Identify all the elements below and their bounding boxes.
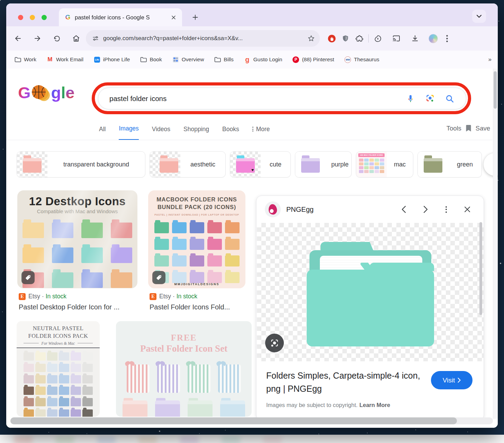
tab-close-icon[interactable] [170, 13, 177, 21]
image-preview-area[interactable] [257, 223, 484, 361]
bookmark-label: (88) Pinterest [302, 56, 334, 63]
google-lens-icon[interactable] [425, 94, 435, 103]
new-tab-button[interactable] [190, 12, 201, 23]
shield-extension-icon[interactable] [339, 31, 352, 45]
striped-bow-folder [188, 364, 210, 393]
search-bar[interactable]: pastel folder icons [98, 88, 466, 109]
pastel-folder-swatch [81, 247, 103, 263]
pastel-folder-swatch [207, 239, 222, 250]
tab-videos[interactable]: Videos [152, 123, 170, 140]
search-query-text[interactable]: pastel folder icons [109, 94, 406, 103]
pastel-folder-swatch [71, 409, 81, 417]
chip-thumb-cute-folder: ♥ [230, 152, 261, 177]
tools-button[interactable]: Tools [447, 125, 461, 132]
profile-avatar[interactable] [426, 31, 440, 45]
bookmark--88-pinterest[interactable]: P(88) Pinterest [292, 56, 334, 63]
bookmark-star-icon[interactable] [307, 35, 315, 42]
chip-mac[interactable]: 100 MAC FOLDER ICONS mac [356, 151, 413, 178]
downloads-icon[interactable] [408, 31, 422, 45]
result-image-1[interactable]: 12 Destkop Icons Compatible with Mac and… [17, 190, 137, 288]
adblock-extension-icon[interactable] [325, 31, 339, 45]
desktop-bottom-strip [0, 435, 504, 443]
panel-image-title[interactable]: Folders Simples, Carpeta-simple-4 icon, … [266, 369, 423, 395]
product-tag-icon [152, 271, 165, 284]
next-image-chevron-icon[interactable] [423, 206, 428, 213]
pastel-folder-swatch [47, 375, 57, 383]
panel-menu-kebab-icon[interactable] [446, 206, 447, 213]
tab-images[interactable]: Images [119, 123, 138, 140]
pastel-folder-swatch [35, 409, 46, 417]
reload-icon[interactable] [50, 31, 64, 45]
result-image-4[interactable]: FREE Pastel Folder Icon Set [116, 321, 252, 417]
result-caption-1: E Etsy · In stock Pastel Desktop Folder … [19, 293, 141, 311]
back-icon[interactable] [11, 31, 25, 45]
chip-thumb-pink-folder [17, 152, 47, 177]
bookmark-thesaurus[interactable]: MWThesaurus [344, 56, 379, 63]
bookmark-overview[interactable]: Overview [172, 56, 204, 63]
teal-folder-image [305, 242, 436, 346]
tab-shopping[interactable]: Shopping [183, 123, 209, 140]
bookmark-bills[interactable]: Bills [214, 56, 233, 63]
result-title-link-2[interactable]: Pastel Folder Icons Fold... [150, 303, 251, 311]
tab-books[interactable]: Books [222, 123, 239, 140]
visit-chevron-icon [458, 378, 461, 383]
tab-more[interactable]: More [252, 123, 270, 140]
home-icon[interactable] [69, 31, 83, 45]
folder-icon [15, 56, 21, 63]
tab-search-chevron-icon[interactable] [472, 10, 486, 23]
browser-menu-kebab-icon[interactable] [440, 31, 454, 45]
result-image-3[interactable]: NEUTRAL PASTEL FOLDER ICONS PACK For Win… [17, 321, 100, 417]
result-image-2[interactable]: MACBOOK FOLDER ICONS BUNDLE PACK (20 ICO… [148, 190, 245, 288]
chip-cute[interactable]: ♥ cute [230, 151, 291, 178]
pastel-folder-swatch [59, 398, 69, 406]
performance-leaf-icon[interactable] [371, 31, 385, 45]
search-inside-image-lens-icon[interactable] [265, 334, 284, 352]
save-button[interactable]: Save [476, 125, 490, 132]
bookmark-work[interactable]: Work [15, 56, 36, 63]
horizontal-scrollbar-thumb[interactable] [10, 417, 457, 424]
bookmark-book[interactable]: Book [140, 56, 162, 63]
pastel-folder-swatch [207, 272, 222, 283]
extensions-puzzle-icon[interactable] [352, 31, 366, 45]
result-title-link-1[interactable]: Pastel Desktop Folder Icon for ... [19, 303, 141, 311]
panel-scrollbar-thumb[interactable] [479, 222, 482, 315]
page-scrollbar-track[interactable] [493, 69, 497, 419]
chip-green[interactable]: green [417, 151, 482, 178]
tab-all[interactable]: All [99, 123, 106, 140]
pastel-folder-swatch [207, 255, 222, 266]
close-panel-icon[interactable] [464, 206, 470, 213]
forward-icon[interactable] [30, 31, 44, 45]
save-bookmark-icon[interactable] [466, 125, 471, 132]
bookmark-work-email[interactable]: MWork Email [47, 56, 83, 63]
voice-search-mic-icon[interactable] [406, 94, 415, 103]
bookmarks-overflow-chevron-icon[interactable]: » [488, 56, 491, 63]
minimize-window-button[interactable] [30, 15, 35, 20]
bookmark-iphone-life[interactable]: LifeiPhone Life [94, 56, 130, 63]
maximize-window-button[interactable] [42, 15, 47, 20]
pastel-folder-swatch [81, 223, 103, 238]
chip-aesthetic[interactable]: aesthetic [150, 151, 226, 178]
pastel-folder-swatch [59, 409, 69, 417]
card4-title: Pastel Folder Icon Set [116, 343, 252, 354]
address-bar[interactable]: google.com/search?q=pastel+folder+icons&… [86, 30, 320, 47]
search-submit-icon[interactable] [445, 94, 454, 103]
page-scrollbar-thumb[interactable] [494, 71, 497, 109]
cast-icon[interactable] [389, 31, 403, 45]
chip-transparent-background[interactable]: transparent background [17, 151, 145, 178]
page-content: G g l e pastel folder icons AllImagesVid… [6, 69, 498, 428]
google-favicon: G [64, 14, 71, 21]
bookmark-gusto-login[interactable]: gGusto Login [244, 56, 282, 63]
chip-thumb-mac-grid: 100 MAC FOLDER ICONS [356, 152, 387, 177]
learn-more-link[interactable]: Learn More [359, 402, 390, 408]
close-window-button[interactable] [18, 15, 23, 20]
bookmark-label: Book [150, 56, 162, 63]
visit-button[interactable]: Visit [431, 371, 472, 389]
horizontal-scrollbar-track[interactable] [10, 417, 493, 424]
chip-purple[interactable]: purple [295, 151, 352, 178]
previous-image-chevron-icon[interactable] [401, 206, 406, 213]
striped-bow-folder [127, 364, 150, 393]
pastel-folder-swatch [190, 272, 204, 283]
pastel-folder-swatch [35, 364, 46, 372]
browser-tab[interactable]: G pastel folder icons - Google S [59, 8, 182, 26]
site-settings-icon[interactable] [92, 35, 99, 42]
